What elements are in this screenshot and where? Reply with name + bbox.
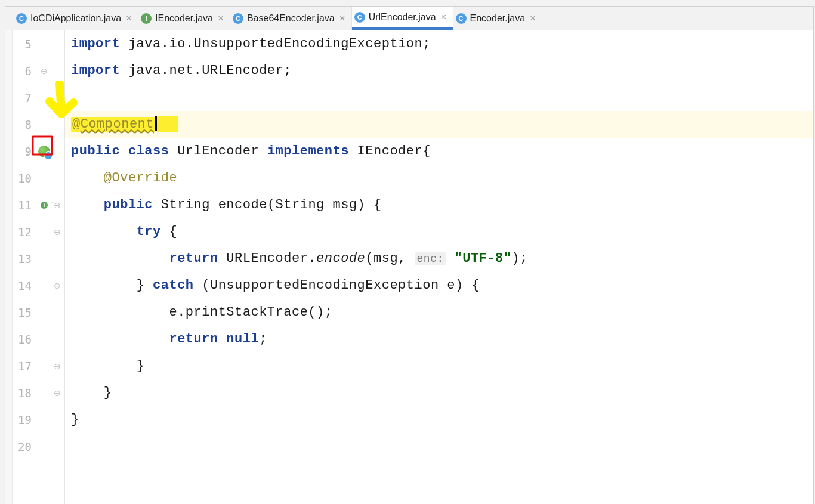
code-line[interactable]: return null; [65,326,813,353]
code-line[interactable]: import java.io.UnsupportedEncodingExcept… [65,30,813,57]
fold-icon[interactable]: ⊖ [51,227,64,237]
line-number: 10 [18,172,32,185]
code-line[interactable]: import java.net.URLEncoder; [65,57,813,84]
close-icon[interactable]: × [217,13,224,24]
line-number: 16 [18,333,32,346]
class-icon: C [456,13,467,24]
code-line[interactable]: return URLEncoder.encode(msg, enc: "UTF-… [65,245,813,272]
code-line[interactable]: } [65,353,813,379]
line-number: 15 [18,306,32,319]
code-line[interactable]: @Override [65,165,813,191]
code-line[interactable] [65,433,813,460]
line-number: 12 [18,225,32,239]
line-number: 19 [18,413,32,426]
line-number: 13 [18,252,32,265]
fold-icon[interactable]: ⊖ [51,388,64,398]
tab-base64[interactable]: C Base64Encoder.java × [230,7,352,30]
interface-icon: I [141,13,152,24]
code-line[interactable]: } catch (UnsupportedEncodingException e)… [65,272,813,299]
editor[interactable]: 5 6⊖ 7 8 9 10 11 I↑ ⊖ 12⊖ 13 14⊖ 15 16 1… [5,30,813,504]
param-hint: enc: [415,252,446,265]
line-number: 20 [18,440,32,453]
code-area[interactable]: import java.io.UnsupportedEncodingExcept… [65,30,813,504]
class-icon: C [16,13,27,24]
fold-icon[interactable]: ⊖ [51,281,64,290]
tab-encoder[interactable]: C Encoder.java × [453,7,542,30]
tab-label: IoCDiApplication.java [30,13,121,24]
class-icon: C [233,13,243,24]
code-line[interactable]: e.printStackTrace(); [65,299,813,326]
spring-bean-icon[interactable] [38,146,51,157]
line-number: 6 [25,64,32,78]
tab-urlencoder[interactable]: C UrlEncoder.java × [352,7,453,30]
close-icon[interactable]: × [338,13,345,24]
fold-icon[interactable]: ⊖ [51,361,64,371]
line-number: 8 [25,118,32,131]
gutter: 5 6⊖ 7 8 9 10 11 I↑ ⊖ 12⊖ 13 14⊖ 15 16 1… [5,30,65,504]
tab-label: IEncoder.java [155,13,213,24]
line-number: 17 [18,360,32,373]
tab-iocdi[interactable]: C IoCDiApplication.java × [14,7,138,30]
code-line[interactable]: public class UrlEncoder implements IEnco… [65,138,813,165]
override-up-icon[interactable]: I↑ [38,200,51,210]
line-number: 7 [25,91,32,104]
line-number: 14 [18,279,32,292]
tab-label: Base64Encoder.java [247,13,335,24]
close-icon[interactable]: × [125,13,132,24]
line-number: 5 [25,38,32,51]
tab-label: UrlEncoder.java [369,12,436,23]
line-number: 11 [18,199,32,212]
line-number: 9 [25,145,32,158]
class-icon: C [354,12,365,23]
code-line[interactable]: public String encode(String msg) { [65,191,813,218]
tab-iencoder[interactable]: I IEncoder.java × [138,7,230,30]
fold-icon[interactable]: ⊖ [38,66,51,76]
code-line[interactable]: } [65,379,813,406]
fold-icon[interactable]: ⊖ [51,200,64,210]
line-number: 18 [18,386,32,400]
close-icon[interactable]: × [440,11,447,23]
code-line[interactable]: @Component [65,111,813,138]
code-line[interactable]: } [65,406,813,433]
tab-label: Encoder.java [470,13,526,24]
close-icon[interactable]: × [529,13,536,24]
tab-bar: C IoCDiApplication.java × I IEncoder.jav… [5,7,813,30]
code-line[interactable]: try { [65,218,813,245]
ide-window: C IoCDiApplication.java × I IEncoder.jav… [5,6,814,504]
code-line[interactable] [65,84,813,111]
